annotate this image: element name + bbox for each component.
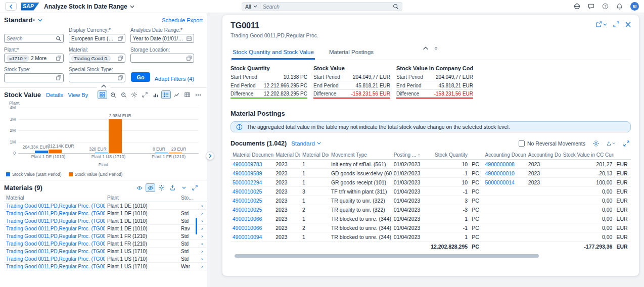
material-link[interactable]: Trading Good 0011,PD,Regular Proc. (TG00… [6, 241, 105, 247]
table-row[interactable]: 490001002520232TR quality to unr. (322)0… [231, 205, 631, 214]
documents-col-header[interactable]: Accounting Do... [526, 151, 561, 160]
header-collapse-button[interactable] [423, 46, 429, 52]
value-help-icon[interactable] [56, 75, 61, 80]
accounting-document-link[interactable]: 4900000008 [485, 161, 515, 167]
legend-item[interactable]: Stock Value (Start Period) [6, 172, 62, 177]
calendar-icon[interactable] [187, 36, 192, 41]
documents-col-header[interactable]: Movement Type [329, 151, 392, 160]
help-icon[interactable]: ? [602, 3, 609, 10]
value-help-icon[interactable] [118, 36, 123, 41]
special-stock-type-field[interactable] [69, 73, 125, 82]
chart-drill-breadcrumb[interactable]: Plant [9, 101, 203, 106]
schedule-export-link[interactable]: Schedule Export [162, 17, 203, 23]
table-row[interactable]: 490001006620232TR blocked to unre. (344)… [231, 223, 631, 232]
legend-icon[interactable] [161, 90, 171, 99]
view-by-link[interactable]: View By [68, 92, 88, 98]
table-row[interactable]: Trading Good 0011,PD,Regular Proc. (TG00… [4, 240, 207, 248]
material-link[interactable]: Trading Good 0011,PD,Regular Proc. (TG00… [6, 203, 105, 209]
stock-type-field[interactable] [4, 73, 64, 82]
documents-variant-selector[interactable]: Standard [291, 140, 321, 147]
gear-icon[interactable] [591, 139, 601, 148]
search-icon[interactable] [393, 4, 399, 10]
row-navigation-chevron[interactable]: › [199, 202, 207, 210]
material-document-link[interactable]: 4900010066 [233, 225, 262, 231]
documents-col-header[interactable] [470, 151, 483, 160]
material-document-link[interactable]: 4900010025 [233, 198, 262, 204]
display-currency-field[interactable]: European Euro (EUR) [69, 34, 125, 43]
eye-icon[interactable] [134, 183, 144, 192]
row-navigation-chevron[interactable]: › [199, 225, 207, 232]
plant-field[interactable]: =1710× 2 More [4, 54, 64, 63]
accounting-document-link[interactable]: 4900000010 [485, 170, 515, 176]
search-icon[interactable] [56, 36, 61, 41]
plant-more-indicator[interactable]: 2 More [31, 56, 47, 61]
table-row[interactable]: Trading Good 0011,PD,Regular Proc. (TG00… [4, 202, 207, 210]
table-row[interactable]: 490000978320231Init.entry of stBal. (561… [231, 160, 631, 169]
row-navigation-chevron[interactable]: › [199, 210, 207, 217]
table-row[interactable]: Trading Good 0011,PD,Regular Proc. (TG00… [4, 232, 207, 240]
tab-stock-quantity-and-stock-value[interactable]: Stock Quantity and Stock Value [232, 46, 315, 60]
chart-bar[interactable]: 0 EUR [155, 153, 168, 153]
filter-search-field[interactable] [4, 34, 64, 43]
material-link[interactable]: Trading Good 0011,PD,Regular Proc. (TG00… [6, 233, 105, 239]
documents-horizontal-scrollbar[interactable] [231, 254, 631, 258]
filter-search-input[interactable] [7, 36, 54, 41]
legend-item[interactable]: Stock Value (End Period) [69, 172, 123, 177]
app-title-menu[interactable]: Analyze Stock in Date Range [44, 3, 134, 10]
chart-bar[interactable]: 2.98M EUR [109, 119, 122, 153]
documents-col-header[interactable]: Material Document [231, 151, 273, 160]
export-icon[interactable] [168, 183, 177, 192]
material-document-link[interactable]: 4900009589 [233, 170, 262, 176]
table-row[interactable]: 500000229420231GR goods receipt (101)01/… [231, 178, 631, 187]
row-navigation-chevron[interactable]: › [199, 232, 207, 240]
value-help-icon[interactable] [118, 75, 123, 80]
material-document-link[interactable]: 4900010025 [233, 207, 262, 213]
back-button[interactable] [5, 2, 17, 11]
material-document-link[interactable]: 4900010094 [233, 234, 262, 240]
material-document-link[interactable]: 4900009783 [233, 161, 262, 167]
checkbox-icon[interactable] [519, 140, 525, 147]
expand-splitter-button[interactable] [206, 152, 214, 160]
materials-col-header[interactable]: Sto... [179, 194, 199, 202]
close-button[interactable] [625, 22, 631, 27]
documents-col-header[interactable]: Posting ...↑ [392, 151, 427, 160]
filter-bar-collapse-button[interactable] [97, 84, 110, 88]
user-avatar[interactable]: EI [630, 2, 639, 11]
zoom-in-icon[interactable] [108, 90, 118, 99]
materials-col-header[interactable]: Material [4, 194, 105, 202]
row-navigation-chevron[interactable]: › [199, 255, 207, 263]
documents-col-header[interactable]: Stock Value in CC Currency [561, 151, 615, 160]
material-link[interactable]: Trading Good 0011,PD,Regular Proc. (TG00… [6, 218, 105, 224]
material-document-link[interactable]: 4900010025 [233, 188, 262, 195]
table-row[interactable]: 490000958920231GD goods issue:delvy (601… [231, 169, 631, 178]
storage-location-field[interactable] [130, 54, 194, 63]
table-row[interactable]: 490001002520233TF trfr within plant (311… [231, 187, 631, 196]
value-help-icon[interactable] [56, 56, 61, 61]
plant-token[interactable]: =1710× [7, 55, 29, 62]
table-row[interactable]: Trading Good 0011,PD,Regular Proc. (TG00… [4, 263, 207, 270]
material-field[interactable]: Trading Good 0...× [69, 54, 125, 63]
chart-bar[interactable]: 204,33K EUR [35, 151, 48, 153]
zoom-out-icon[interactable] [119, 90, 128, 99]
gear-icon[interactable] [129, 90, 139, 99]
fullscreen-icon[interactable] [190, 183, 200, 192]
accounting-document-link[interactable]: 5000000014 [485, 179, 515, 185]
row-navigation-chevron[interactable]: › [199, 263, 207, 270]
chart-bar[interactable]: 20 EUR [169, 153, 182, 153]
chart-bar[interactable]: 320 EUR [95, 153, 108, 153]
adapt-filters-link[interactable]: Adapt Filters (4) [155, 76, 194, 82]
scrollbar-thumb[interactable] [235, 254, 539, 258]
materials-scrollbar-thumb[interactable] [196, 218, 197, 234]
share-button[interactable] [596, 21, 607, 27]
table-icon[interactable] [182, 90, 192, 99]
documents-col-header[interactable] [614, 151, 631, 160]
material-link[interactable]: Trading Good 0011,PD,Regular Proc. (TG00… [6, 211, 105, 216]
row-navigation-chevron[interactable]: › [199, 248, 207, 255]
fullscreen-icon[interactable] [140, 90, 150, 99]
row-navigation-chevron[interactable]: › [199, 217, 207, 225]
value-help-icon[interactable] [187, 56, 192, 61]
bar-chart-icon[interactable] [151, 90, 160, 99]
drilldown-icon[interactable] [98, 90, 107, 99]
table-row[interactable]: 490001009420231TR blocked to unre. (344)… [231, 232, 631, 242]
table-row[interactable]: Trading Good 0011,PD,Regular Proc. (TG00… [4, 225, 207, 232]
